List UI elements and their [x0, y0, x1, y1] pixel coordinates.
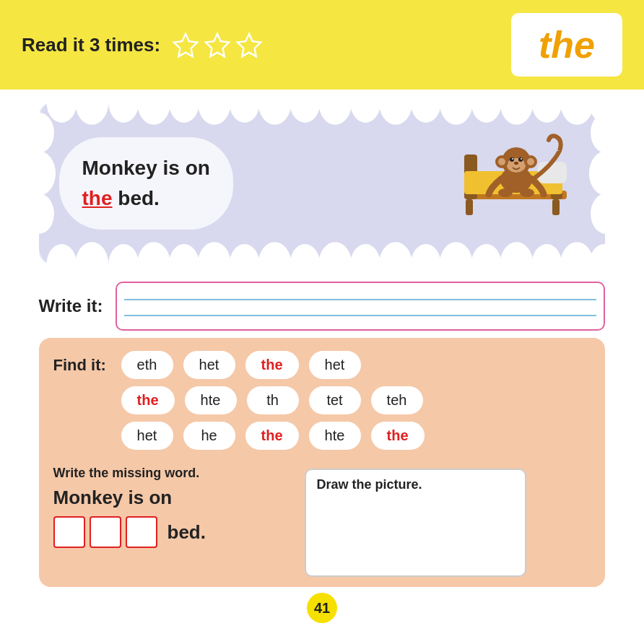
svg-point-59 — [518, 157, 523, 162]
star-3 — [235, 31, 263, 58]
find-word-2-1[interactable]: the — [121, 386, 175, 414]
sentence-the-word: the — [82, 187, 113, 209]
find-word-2-4[interactable]: tet — [309, 386, 361, 414]
star-2 — [204, 31, 231, 58]
read-it-label: Read it 3 times: — [22, 34, 160, 56]
svg-rect-54 — [552, 199, 560, 215]
find-word-1-3[interactable]: the — [245, 351, 299, 379]
svg-point-62 — [514, 162, 518, 165]
target-word-box: the — [511, 13, 622, 77]
sentence-text-bubble: Monkey is on the bed. — [59, 137, 233, 230]
svg-marker-0 — [174, 34, 197, 56]
monkey-sentence-text: Monkey is on — [53, 487, 294, 509]
find-word-3-2[interactable]: he — [183, 422, 235, 450]
header: Read it 3 times: the — [0, 0, 644, 90]
target-word: the — [539, 24, 595, 66]
find-word-1-1[interactable]: eth — [121, 351, 173, 379]
svg-rect-53 — [466, 199, 473, 215]
monkey-bed-svg — [444, 122, 581, 248]
find-row-3: het he the hte the — [53, 422, 591, 450]
sentence-card: Monkey is on the bed. — [39, 103, 606, 264]
blank-box-1[interactable] — [53, 516, 85, 548]
write-line-1 — [124, 299, 596, 300]
svg-point-64 — [498, 158, 505, 165]
svg-point-61 — [521, 158, 522, 160]
find-word-3-3[interactable]: the — [245, 422, 299, 450]
find-word-3-5[interactable]: the — [371, 422, 425, 450]
draw-picture-box[interactable]: Draw the picture. — [305, 469, 526, 577]
svg-point-58 — [510, 157, 514, 162]
bed-text: bed. — [167, 521, 206, 544]
find-row-1: Find it: eth het the het — [53, 351, 591, 379]
find-word-3-4[interactable]: hte — [309, 422, 361, 450]
write-missing-label: Write the missing word. — [53, 466, 294, 481]
find-word-1-2[interactable]: het — [183, 351, 235, 379]
svg-point-66 — [527, 158, 534, 165]
write-section: Write it: — [39, 282, 606, 331]
star-1 — [172, 31, 199, 58]
bottom-left: Write the missing word. Monkey is on bed… — [53, 466, 305, 577]
find-word-2-2[interactable]: hte — [185, 386, 237, 414]
write-input-box[interactable] — [116, 282, 605, 331]
monkey-bed-illustration — [440, 118, 585, 248]
blank-box-3[interactable] — [126, 516, 157, 548]
bottom-two-col: Write the missing word. Monkey is on bed… — [53, 457, 527, 577]
svg-marker-2 — [238, 34, 261, 56]
sentence-before: Monkey is on — [82, 157, 210, 179]
svg-point-67 — [498, 188, 513, 197]
find-word-2-5[interactable]: teh — [371, 386, 423, 414]
header-left: Read it 3 times: — [22, 31, 263, 58]
write-label: Write it: — [39, 296, 103, 316]
find-word-3-1[interactable]: het — [121, 422, 173, 450]
page-number: 41 — [307, 593, 337, 623]
write-line-2 — [124, 315, 596, 316]
sentence-after: bed. — [118, 187, 160, 209]
stars-container — [172, 31, 263, 58]
sentence-line2: the bed. — [82, 183, 210, 214]
find-word-1-4[interactable]: het — [309, 351, 361, 379]
blank-box-2[interactable] — [90, 516, 121, 548]
svg-point-57 — [507, 158, 526, 173]
find-word-2-3[interactable]: th — [247, 386, 299, 414]
draw-label: Draw the picture. — [306, 470, 525, 500]
page-number-container: 41 — [0, 587, 644, 626]
find-row-2: the hte th tet teh — [53, 386, 591, 414]
find-section: Find it: eth het the het the hte th tet … — [39, 338, 606, 587]
svg-marker-1 — [206, 34, 229, 56]
svg-point-60 — [512, 158, 513, 160]
blank-boxes-row: bed. — [53, 516, 294, 548]
find-label: Find it: — [53, 356, 111, 375]
svg-point-68 — [520, 188, 534, 197]
sentence-line1: Monkey is on — [82, 153, 210, 183]
